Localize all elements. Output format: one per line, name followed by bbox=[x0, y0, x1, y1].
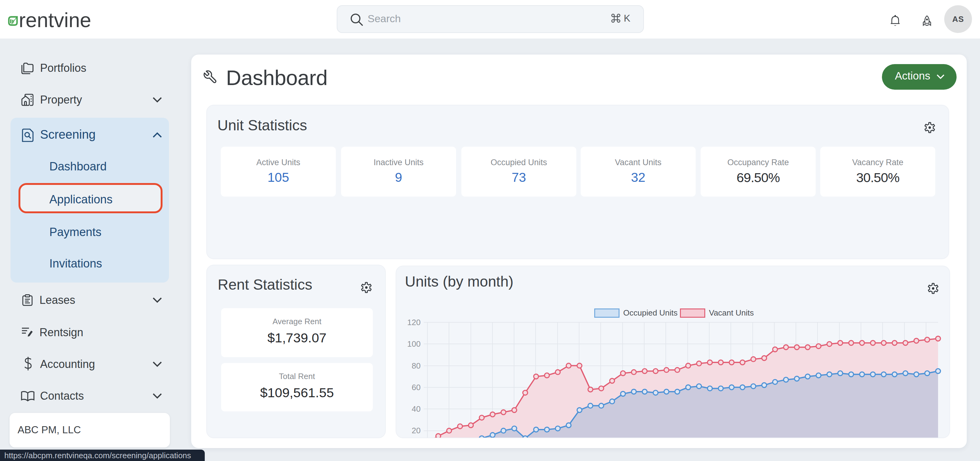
svg-text:100: 100 bbox=[407, 339, 421, 349]
svg-text:80: 80 bbox=[412, 361, 421, 371]
svg-text:60: 60 bbox=[412, 383, 421, 392]
svg-text:20: 20 bbox=[412, 426, 421, 435]
svg-text:120: 120 bbox=[407, 318, 421, 327]
svg-text:40: 40 bbox=[412, 404, 421, 413]
